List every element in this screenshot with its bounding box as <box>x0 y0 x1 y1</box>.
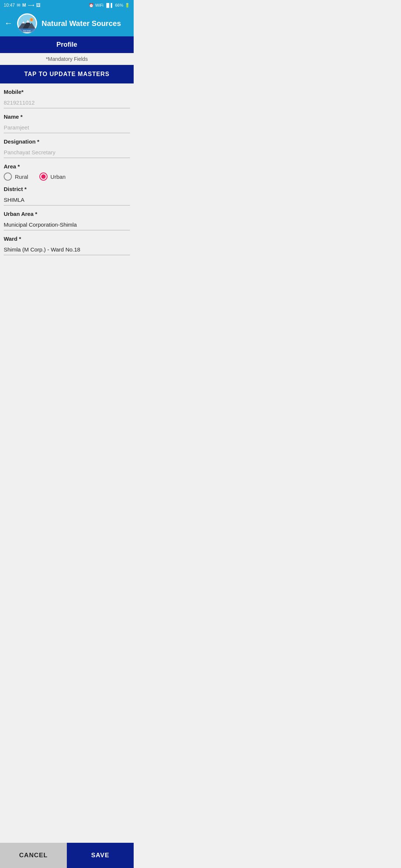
district-field-group: District * <box>4 186 130 206</box>
app-logo: हि.प्र.सरकार <box>17 13 37 33</box>
logo-svg: हि.प्र.सरकार <box>18 14 36 32</box>
profile-form: Mobile* Name * Designation * Area * Rura… <box>0 89 134 255</box>
alarm-icon: ⏰ <box>89 3 94 8</box>
area-rural-option[interactable]: Rural <box>4 172 28 181</box>
district-label: District * <box>4 186 130 192</box>
urban-area-label: Urban Area * <box>4 211 130 217</box>
designation-input[interactable] <box>4 147 130 158</box>
image-icon: 🖼 <box>36 3 40 8</box>
name-label: Name * <box>4 114 130 120</box>
main-content: Profile *Mandatory Fields TAP TO UPDATE … <box>0 36 134 285</box>
battery-text: 66% <box>115 3 123 7</box>
district-input[interactable] <box>4 194 130 206</box>
urban-radio-inner <box>41 174 46 179</box>
status-left: 10:47 ✉ M ⟶ 🖼 <box>4 3 40 8</box>
arrow-icon: ⟶ <box>28 3 34 8</box>
profile-banner: Profile <box>0 36 134 53</box>
signal-icon: ▐▌▌ <box>105 3 114 7</box>
back-button[interactable]: ← <box>4 19 13 28</box>
ward-label: Ward * <box>4 236 130 242</box>
email-icon: ✉ <box>17 3 20 8</box>
urban-radio-button[interactable] <box>39 172 48 181</box>
m-icon: M <box>22 3 26 8</box>
urban-area-input[interactable] <box>4 219 130 230</box>
ward-field-group: Ward * <box>4 236 130 255</box>
name-input[interactable] <box>4 122 130 133</box>
area-label: Area * <box>4 163 130 170</box>
mobile-label: Mobile* <box>4 89 130 95</box>
mobile-input[interactable] <box>4 97 130 108</box>
mobile-field-group: Mobile* <box>4 89 130 108</box>
urban-area-field-group: Urban Area * <box>4 211 130 230</box>
urban-label: Urban <box>50 174 66 180</box>
status-bar: 10:47 ✉ M ⟶ 🖼 ⏰ WiFi ▐▌▌ 66% 🔋 <box>0 0 134 10</box>
designation-field-group: Designation * <box>4 138 130 158</box>
area-field-group: Area * Rural Urban <box>4 163 130 181</box>
status-right: ⏰ WiFi ▐▌▌ 66% 🔋 <box>89 3 130 8</box>
svg-text:हि.प्र.सरकार: हि.प्र.सरकार <box>23 30 31 32</box>
wifi-icon: WiFi <box>95 3 104 7</box>
mandatory-fields-text: *Mandatory Fields <box>0 53 134 65</box>
svg-point-7 <box>30 19 33 21</box>
designation-label: Designation * <box>4 138 130 145</box>
update-masters-button[interactable]: TAP TO UPDATE MASTERS <box>0 65 134 83</box>
profile-label: Profile <box>56 41 77 48</box>
name-field-group: Name * <box>4 114 130 133</box>
ward-input[interactable] <box>4 244 130 255</box>
rural-label: Rural <box>15 174 28 180</box>
area-radio-group: Rural Urban <box>4 172 130 181</box>
time-display: 10:47 <box>4 3 15 8</box>
header-title: Natural Water Sources <box>42 19 129 28</box>
app-header: ← हि.प्र.सरकार Natural Water Sources <box>0 10 134 36</box>
area-urban-option[interactable]: Urban <box>39 172 66 181</box>
battery-icon: 🔋 <box>125 3 130 8</box>
rural-radio-button[interactable] <box>4 172 12 181</box>
